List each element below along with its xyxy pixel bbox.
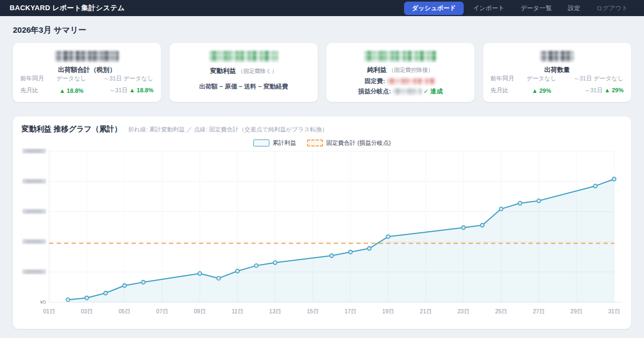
redacted-fixed-cost-value bbox=[387, 78, 436, 85]
card-label: 出荷数量 bbox=[491, 65, 624, 75]
card-value-wrap bbox=[491, 51, 624, 62]
stat-row: 前年同月 データなし ～31日 データなし bbox=[20, 75, 153, 83]
legend-swatch-dashed-icon bbox=[307, 139, 323, 146]
svg-text:05日: 05日 bbox=[119, 308, 130, 314]
card-label-sub: （固定費除く） bbox=[238, 68, 277, 74]
redacted-shipment-quantity-value bbox=[540, 51, 574, 62]
profit-formula: 出荷額 − 原価 − 送料 − 変動経費 bbox=[177, 83, 310, 91]
svg-text:13日: 13日 bbox=[269, 308, 281, 314]
svg-text:11日: 11日 bbox=[232, 308, 243, 314]
stat-label: 前年同月 bbox=[20, 75, 55, 83]
nav-logout[interactable]: ログアウト bbox=[590, 2, 634, 14]
stat-value-2: ～31日 データなし bbox=[88, 75, 153, 83]
svg-text:31日: 31日 bbox=[608, 308, 620, 314]
main-nav: ダッシュボード インポート データ一覧 設定 ログアウト bbox=[404, 2, 634, 15]
svg-text:23日: 23日 bbox=[458, 308, 470, 314]
chart-header: 変動利益 推移グラフ（累計） 折れ線: 累計変動利益 ／ 点線: 固定費合計（交… bbox=[21, 124, 623, 134]
card-stats: 前年同月 データなし ～31日 データなし 先月比 ▲ 29% ～31日 ▲ 2… bbox=[491, 75, 624, 95]
nav-dashboard[interactable]: ダッシュボード bbox=[404, 2, 463, 15]
profit-chart-svg: 01日03日05日07日09日11日13日15日17日19日21日23日25日2… bbox=[21, 148, 627, 325]
app-header: BACKYARD レポート集計システム ダッシュボード インポート データ一覧 … bbox=[0, 0, 644, 16]
svg-text:25日: 25日 bbox=[495, 308, 507, 314]
svg-text:29日: 29日 bbox=[570, 308, 582, 314]
stat-row: 先月比 ▲ 18.8% ～31日 ▲ 18.8% bbox=[20, 86, 153, 94]
chart-legend: 累計利益 固定費合計 (損益分岐点) bbox=[21, 139, 623, 147]
breakeven-status-badge: ✓ 達成 bbox=[423, 88, 443, 94]
stat-value: ▲ 29% bbox=[525, 87, 558, 94]
stat-label: 前年同月 bbox=[491, 75, 525, 83]
legend-fixed-cost: 固定費合計 (損益分岐点) bbox=[307, 139, 391, 147]
card-value-wrap bbox=[177, 51, 310, 63]
legend-swatch-line-icon bbox=[253, 139, 269, 146]
stat-value-2: ～31日 ▲ 29% bbox=[558, 86, 624, 94]
svg-text:19日: 19日 bbox=[382, 308, 394, 314]
card-label: 純利益 （固定費控除後） bbox=[334, 65, 467, 75]
stat-row: 前年同月 データなし ～31日 データなし bbox=[491, 75, 624, 83]
dashboard-main: 2026年3月 サマリー 出荷額合計（税別） 前年同月 データなし ～31日 デ… bbox=[0, 25, 644, 329]
nav-import[interactable]: インポート bbox=[467, 2, 511, 14]
stat-value-2: ～31日 ▲ 18.8% bbox=[88, 86, 153, 94]
svg-text:09日: 09日 bbox=[194, 308, 206, 314]
stat-value: データなし bbox=[55, 75, 88, 83]
card-value-wrap bbox=[334, 51, 467, 62]
stat-label: 先月比 bbox=[20, 86, 55, 94]
card-variable-profit: 変動利益 （固定費除く） 出荷額 − 原価 − 送料 − 変動経費 bbox=[170, 43, 318, 102]
app-title: BACKYARD レポート集計システム bbox=[10, 3, 125, 13]
chart-title: 変動利益 推移グラフ（累計） bbox=[21, 124, 122, 134]
svg-text:01日: 01日 bbox=[43, 308, 55, 314]
card-label: 変動利益 （固定費除く） bbox=[177, 67, 310, 76]
redacted-net-profit-value bbox=[364, 51, 436, 62]
card-stats: 前年同月 データなし ～31日 データなし 先月比 ▲ 18.8% ～31日 ▲… bbox=[20, 75, 153, 95]
legend-cumulative-profit: 累計利益 bbox=[253, 139, 296, 147]
card-shipment-amount: 出荷額合計（税別） 前年同月 データなし ～31日 データなし 先月比 ▲ 18… bbox=[13, 43, 161, 102]
redacted-breakeven-value bbox=[393, 88, 422, 95]
nav-settings[interactable]: 設定 bbox=[561, 2, 587, 14]
nav-data-list[interactable]: データ一覧 bbox=[514, 2, 558, 14]
card-label: 出荷額合計（税別） bbox=[20, 65, 153, 75]
redacted-variable-profit-value bbox=[209, 51, 278, 62]
stat-value: ▲ 18.8% bbox=[55, 87, 88, 94]
profit-trend-chart-card: 変動利益 推移グラフ（累計） 折れ線: 累計変動利益 ／ 点線: 固定費合計（交… bbox=[13, 116, 631, 329]
svg-text:07日: 07日 bbox=[156, 308, 168, 314]
stat-row: 先月比 ▲ 29% ～31日 ▲ 29% bbox=[491, 86, 624, 94]
card-shipment-quantity: 出荷数量 前年同月 データなし ～31日 データなし 先月比 ▲ 29% ～31… bbox=[483, 43, 631, 102]
summary-cards: 出荷額合計（税別） 前年同月 データなし ～31日 データなし 先月比 ▲ 18… bbox=[13, 43, 631, 102]
redacted-shipment-amount-value bbox=[55, 51, 119, 62]
breakeven-line: 損益分岐点: ✓ 達成 bbox=[334, 87, 467, 95]
page-title: 2026年3月 サマリー bbox=[13, 25, 631, 35]
stat-value: データなし bbox=[525, 75, 558, 83]
svg-text:15日: 15日 bbox=[307, 308, 319, 314]
card-value-wrap bbox=[20, 51, 153, 62]
svg-text:¥0: ¥0 bbox=[39, 299, 46, 305]
svg-text:27日: 27日 bbox=[533, 308, 545, 314]
fixed-cost-line: 固定費: bbox=[334, 77, 467, 85]
svg-text:03日: 03日 bbox=[81, 308, 93, 314]
card-net-profit: 純利益 （固定費控除後） 固定費: 損益分岐点: ✓ 達成 bbox=[326, 43, 474, 102]
stat-value-2: ～31日 データなし bbox=[558, 75, 624, 83]
chart-subtitle: 折れ線: 累計変動利益 ／ 点線: 固定費合計（交差点で純利益がプラス転換） bbox=[128, 126, 328, 134]
svg-text:21日: 21日 bbox=[420, 308, 431, 314]
svg-text:17日: 17日 bbox=[345, 308, 356, 314]
stat-label: 先月比 bbox=[491, 86, 525, 94]
card-label-sub: （固定費控除後） bbox=[389, 67, 434, 73]
